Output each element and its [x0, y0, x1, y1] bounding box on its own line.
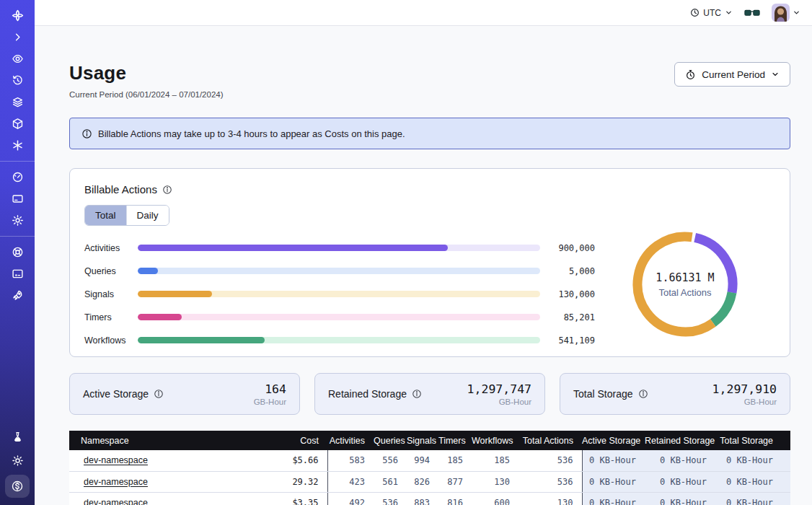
billing-card-icon[interactable]: [0, 189, 35, 208]
collapse-chevron-right-icon[interactable]: [0, 27, 35, 47]
info-icon[interactable]: [154, 389, 164, 399]
namespace-usage-table: Namespace Cost Activities Queries Signal…: [69, 431, 790, 505]
theme-sun-icon[interactable]: [0, 451, 35, 470]
bar-track: [138, 268, 540, 274]
current-period-subtitle: Current Period (06/01/2024 – 07/01/2024): [69, 90, 224, 99]
timezone-label: UTC: [703, 8, 721, 18]
info-icon[interactable]: [412, 389, 422, 399]
total-storage-value: 1,297,910: [712, 382, 777, 396]
active-storage-card: Active Storage 164 GB-Hour: [69, 373, 300, 415]
bar-row-timers: Timers 85,201: [84, 311, 595, 323]
namespaces-eye-icon[interactable]: [0, 49, 35, 69]
bar-row-signals: Signals 130,000: [84, 288, 595, 300]
bar-row-workflows: Workflows 541,109: [84, 334, 595, 346]
donut-total-value: 1.66131 M: [656, 271, 714, 284]
total-actions-donut: 1.66131 M Total Actions: [595, 232, 775, 337]
storage-cards: Active Storage 164 GB-Hour Retained Stor…: [69, 373, 790, 415]
bar-track: [138, 337, 540, 343]
page-title: Usage: [69, 62, 224, 84]
billable-actions-card: Billable Actions Total Daily Activities …: [69, 168, 790, 357]
total-storage-unit: GB-Hour: [712, 398, 777, 406]
billable-actions-chart: Activities 900,000 Queries 5,000 Signals…: [84, 237, 775, 346]
getting-started-rocket-icon[interactable]: [0, 286, 35, 305]
chart-mode-tabs: Total Daily: [84, 205, 169, 226]
period-dropdown-button[interactable]: Current Period: [674, 62, 790, 87]
banner-text: Billable Actions may take up to 3-4 hour…: [98, 128, 405, 139]
tab-daily[interactable]: Daily: [126, 206, 169, 225]
lab-flask-icon[interactable]: [0, 427, 35, 447]
timezone-selector[interactable]: UTC: [690, 8, 733, 18]
bar-fill: [138, 291, 212, 297]
bar-fill: [138, 314, 182, 320]
topbar: UTC: [35, 0, 812, 26]
asterisk-icon[interactable]: [0, 136, 35, 155]
account-menu[interactable]: [772, 4, 800, 22]
donut-total-label: Total Actions: [659, 287, 712, 298]
chevron-down-icon: [771, 70, 780, 79]
info-icon: [81, 128, 92, 139]
info-banner: Billable Actions may take up to 3-4 hour…: [69, 118, 790, 149]
tab-total[interactable]: Total: [85, 206, 126, 225]
settings-gear-icon[interactable]: [0, 211, 35, 230]
chevron-down-icon: [793, 9, 800, 17]
clock-icon: [690, 8, 700, 17]
cube-icon[interactable]: [0, 114, 35, 133]
console-terminal-icon[interactable]: [0, 264, 35, 284]
info-icon[interactable]: [638, 389, 648, 399]
info-icon[interactable]: [162, 185, 172, 195]
main-content: Usage Current Period (06/01/2024 – 07/01…: [35, 26, 812, 505]
table-header-row: Namespace Cost Activities Queries Signal…: [69, 431, 790, 450]
usd-coin-icon[interactable]: [5, 475, 30, 498]
table-row: dev-namespace 29.32 423 561 826 877 130 …: [69, 471, 790, 492]
temporal-logo-icon[interactable]: [0, 6, 35, 25]
namespace-link[interactable]: dev-namespace: [84, 455, 148, 465]
table-row: dev-namespace $5.66 583 556 994 185 185 …: [69, 450, 790, 471]
sidebar: [0, 0, 35, 505]
sidebar-divider: [0, 236, 35, 237]
namespace-link[interactable]: dev-namespace: [84, 477, 148, 487]
avatar: [772, 4, 790, 22]
bar-fill: [138, 268, 158, 274]
layers-icon[interactable]: [0, 92, 35, 112]
bar-fill: [138, 337, 265, 343]
total-storage-card: Total Storage 1,297,910 GB-Hour: [560, 373, 790, 415]
chevron-down-icon: [725, 9, 733, 17]
retained-storage-unit: GB-Hour: [467, 398, 531, 406]
billable-actions-title: Billable Actions: [84, 183, 157, 196]
namespace-link[interactable]: dev-namespace: [84, 498, 148, 505]
bar-track: [138, 314, 540, 320]
glasses-icon[interactable]: [744, 8, 760, 18]
active-storage-unit: GB-Hour: [254, 398, 286, 406]
support-lifebuoy-icon[interactable]: [0, 242, 35, 262]
bar-row-activities: Activities 900,000: [84, 242, 595, 254]
table-row: dev-namespace $3.35 492 536 883 816 600 …: [69, 492, 790, 505]
retained-storage-value: 1,297,747: [467, 382, 531, 396]
active-storage-value: 164: [254, 382, 286, 396]
sidebar-divider: [0, 161, 35, 162]
usage-gauge-icon[interactable]: [0, 167, 35, 187]
bar-fill: [138, 245, 448, 251]
stopwatch-icon: [685, 69, 696, 80]
bar-track: [138, 291, 540, 297]
history-clock-icon[interactable]: [0, 71, 35, 90]
bar-row-queries: Queries 5,000: [84, 265, 595, 277]
bar-track: [138, 245, 540, 251]
retained-storage-card: Retained Storage 1,297,747 GB-Hour: [314, 373, 545, 415]
